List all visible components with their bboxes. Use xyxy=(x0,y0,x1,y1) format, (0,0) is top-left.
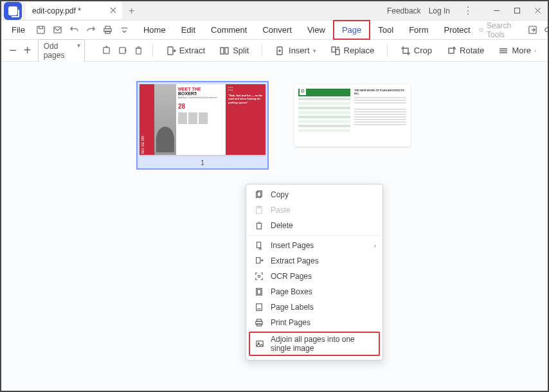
pagelabels-icon xyxy=(254,302,264,312)
ctx-copy-label: Copy xyxy=(271,190,289,199)
menu-comment[interactable]: Comment xyxy=(203,21,255,39)
document-tab[interactable]: edit-copy.pdf * xyxy=(26,2,122,19)
menu-file[interactable]: File xyxy=(6,25,30,35)
feedback-link[interactable]: Feedback xyxy=(387,6,421,15)
ctx-adjoin-pages[interactable]: Adjoin all pages into one single image xyxy=(249,332,380,356)
extract-label: Extract xyxy=(179,46,205,55)
zoom-in-button[interactable]: + xyxy=(23,43,31,58)
svg-rect-32 xyxy=(256,341,264,347)
ctx-delete[interactable]: Delete xyxy=(246,218,382,233)
print-icon[interactable] xyxy=(101,23,115,37)
ctx-page-labels[interactable]: Page Labels xyxy=(246,299,382,315)
insert-icon xyxy=(254,240,264,251)
chevron-right-icon: › xyxy=(374,242,376,249)
search-tools[interactable]: Search Tools xyxy=(478,21,522,39)
page-thumbnail-1[interactable]: BO XE R5 MEET THE BOXER5 Anything is con… xyxy=(136,81,269,170)
ctx-copy[interactable]: Copy xyxy=(246,187,382,202)
menu-protect[interactable]: Protect xyxy=(436,21,478,39)
minimize-button[interactable] xyxy=(486,1,507,21)
redo-icon[interactable] xyxy=(84,23,98,37)
svg-rect-31 xyxy=(257,324,262,326)
svg-rect-11 xyxy=(168,47,173,55)
undo-icon[interactable] xyxy=(68,23,82,37)
rotate-right-icon[interactable] xyxy=(118,44,127,58)
zoom-out-button[interactable]: − xyxy=(9,43,17,58)
svg-rect-22 xyxy=(257,224,262,229)
svg-rect-24 xyxy=(256,258,260,263)
more-label: More xyxy=(512,46,531,55)
svg-rect-0 xyxy=(514,8,519,13)
replace-button[interactable]: Replace xyxy=(327,43,379,58)
app-icon xyxy=(4,2,22,20)
menu-tool[interactable]: Tool xyxy=(370,21,401,39)
split-button[interactable]: Split xyxy=(215,43,253,58)
menu-edit[interactable]: Edit xyxy=(174,21,203,39)
svg-rect-9 xyxy=(120,48,125,53)
more-menu-icon[interactable]: ⋮ xyxy=(458,4,478,17)
thumb1-photo xyxy=(154,84,176,155)
print-icon xyxy=(254,317,264,328)
page-canvas: BO XE R5 MEET THE BOXER5 Anything is con… xyxy=(1,62,548,391)
ctx-extract-pages[interactable]: Extract Pages xyxy=(246,253,382,269)
svg-rect-17 xyxy=(449,48,454,53)
svg-rect-1 xyxy=(37,26,44,33)
menu-convert[interactable]: Convert xyxy=(255,21,300,39)
menu-home[interactable]: Home xyxy=(136,21,174,39)
split-label: Split xyxy=(233,46,249,55)
rotate-left-icon[interactable] xyxy=(102,44,111,58)
svg-rect-5 xyxy=(105,31,111,33)
close-tab-icon[interactable] xyxy=(109,6,117,14)
ctx-insert-pages[interactable]: Insert Pages › xyxy=(246,238,382,253)
maximize-button[interactable] xyxy=(507,1,527,21)
more-button[interactable]: More› xyxy=(494,43,540,58)
svg-rect-27 xyxy=(257,290,260,294)
menu-form[interactable]: Form xyxy=(401,21,436,39)
menu-view[interactable]: View xyxy=(300,21,333,39)
replace-label: Replace xyxy=(344,46,375,55)
login-link[interactable]: Log In xyxy=(429,6,450,15)
svg-point-25 xyxy=(258,275,260,278)
ctx-delete-label: Delete xyxy=(271,221,293,230)
svg-rect-10 xyxy=(136,48,141,54)
dropdown-toggle-icon[interactable] xyxy=(118,23,132,37)
separator xyxy=(262,44,262,57)
delete-page-icon[interactable] xyxy=(134,44,143,58)
crop-label: Crop xyxy=(414,46,432,55)
mail-icon[interactable] xyxy=(51,23,65,37)
menu-page[interactable]: Page xyxy=(333,20,370,40)
ctx-print-pages[interactable]: Print Pages xyxy=(246,315,382,330)
add-tab-button[interactable]: + xyxy=(129,5,134,17)
ctx-extract-label: Extract Pages xyxy=(271,256,319,265)
thumb2-right: THE NEW WORK OF PLAN ARCHITECTS INC. xyxy=(354,89,406,143)
svg-rect-23 xyxy=(257,242,261,248)
paste-icon xyxy=(254,205,264,215)
thumb1-center: MEET THE BOXER5 Anything is convenient a… xyxy=(176,84,226,155)
rotate-label: Rotate xyxy=(460,46,484,55)
separator xyxy=(246,235,382,236)
extract-icon xyxy=(254,256,264,266)
menubar: File Home Edit Comment Convert View Page… xyxy=(1,21,548,40)
share-icon[interactable] xyxy=(526,23,537,37)
rotate-button[interactable]: Rotate xyxy=(442,43,488,58)
page-number-1: 1 xyxy=(140,159,266,166)
svg-rect-2 xyxy=(54,27,61,33)
cloud-icon[interactable] xyxy=(543,23,549,37)
context-menu: Copy Paste Delete Insert Pages › Extract… xyxy=(246,184,383,361)
close-window-button[interactable] xyxy=(527,1,548,21)
thumb2-left xyxy=(298,89,350,143)
crop-button[interactable]: Crop xyxy=(397,43,436,58)
page-range-select[interactable]: Odd pages xyxy=(38,39,85,62)
delete-icon xyxy=(254,220,264,231)
ctx-paste-label: Paste xyxy=(271,206,291,215)
tab-title: edit-copy.pdf * xyxy=(32,6,81,15)
extract-button[interactable]: Extract xyxy=(162,43,209,58)
search-placeholder: Search Tools xyxy=(487,21,521,39)
insert-label: Insert xyxy=(289,46,310,55)
svg-point-6 xyxy=(479,28,482,31)
page-thumbnail-2[interactable]: THE NEW WORK OF PLAN ARCHITECTS INC. xyxy=(294,85,410,147)
ctx-page-boxes[interactable]: Page Boxes xyxy=(246,284,382,299)
save-icon[interactable] xyxy=(34,23,48,37)
insert-button[interactable]: Insert▾ xyxy=(271,43,320,58)
ctx-ocr-pages[interactable]: OCR Pages xyxy=(246,269,382,284)
ctx-pageboxes-label: Page Boxes xyxy=(271,287,312,296)
